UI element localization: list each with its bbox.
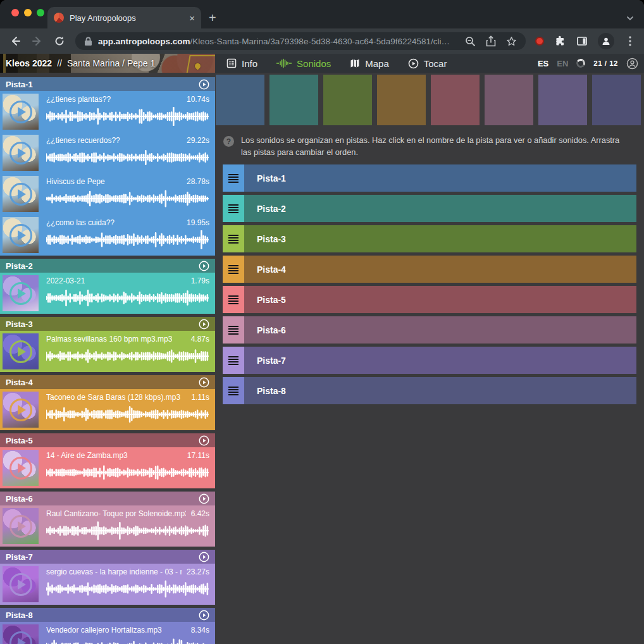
drag-handle-icon[interactable] (223, 164, 244, 192)
track-play-button-icon[interactable] (199, 319, 209, 330)
track-row-bar[interactable]: Pista-1 (244, 164, 636, 192)
track-row[interactable]: Pista-1 (223, 164, 636, 192)
breadcrumb-project[interactable]: Kleos 2022 (6, 58, 52, 68)
track-section-header[interactable]: Pista-4 (0, 375, 215, 389)
clip-play-button-icon[interactable] (9, 515, 32, 538)
drag-handle-icon[interactable] (223, 195, 244, 222)
track-name: Pista-8 (6, 610, 33, 620)
tab-close-icon[interactable]: × (189, 13, 195, 23)
clip-play-button-icon[interactable] (9, 224, 32, 247)
nav-tab-info[interactable]: Info (226, 58, 257, 69)
track-row[interactable]: Pista-8 (223, 377, 636, 404)
nav-tab-mapa[interactable]: Mapa (350, 58, 389, 69)
track-color-swatch[interactable] (431, 75, 480, 125)
back-button-icon[interactable] (9, 35, 22, 47)
side-panel-icon[interactable] (576, 35, 588, 47)
browser-menu-dots-icon[interactable] (624, 35, 636, 47)
track-section-header[interactable]: Pista-1 (0, 77, 215, 91)
zoom-level-icon[interactable] (465, 36, 476, 47)
nav-tab-sonidos[interactable]: Sonidos (276, 58, 331, 69)
track-color-swatch[interactable] (538, 75, 587, 125)
track-color-swatch[interactable] (592, 75, 641, 125)
track-play-button-icon[interactable] (199, 610, 209, 621)
browser-profile-avatar[interactable] (598, 33, 614, 49)
audio-clip[interactable]: 2022-03-21 1.79s (0, 273, 215, 314)
track-play-button-icon[interactable] (199, 261, 209, 271)
clip-play-button-icon[interactable] (9, 340, 32, 363)
clip-play-button-icon[interactable] (9, 573, 32, 596)
tab-search-chevron-icon[interactable] (626, 15, 634, 22)
track-row[interactable]: Pista-6 (223, 316, 636, 344)
drag-handle-icon[interactable] (223, 286, 244, 313)
audio-clip[interactable]: Raul Cantizano- Toque por Solenoide.mp3 … (0, 505, 215, 547)
address-bar[interactable]: app.antropoloops.com/Kleos-Santa-Marina/… (75, 32, 526, 50)
window-close-button[interactable] (11, 9, 19, 16)
nav-tab-tocar[interactable]: Tocar (408, 58, 447, 69)
track-row[interactable]: Pista-3 (223, 225, 636, 252)
track-row-bar[interactable]: Pista-4 (244, 256, 636, 283)
clip-play-button-icon[interactable] (9, 101, 32, 123)
lock-icon[interactable] (84, 37, 92, 46)
track-play-button-icon[interactable] (199, 377, 209, 388)
track-color-swatch[interactable] (216, 75, 264, 125)
track-section-header[interactable]: Pista-2 (0, 259, 215, 273)
drag-handle-icon[interactable] (223, 316, 244, 344)
audio-clip[interactable]: 14 - Aire de Zamba.mp3 17.11s (0, 447, 215, 488)
track-color-swatch[interactable] (377, 75, 426, 125)
lang-toggle-es[interactable]: ES (538, 59, 548, 68)
drag-handle-icon[interactable] (223, 256, 244, 283)
audio-clip[interactable]: Taconeo de Sara Baras (128 kbps).mp3 1.1… (0, 389, 215, 430)
clip-play-button-icon[interactable] (9, 457, 32, 480)
track-color-swatch[interactable] (485, 75, 533, 125)
clip-play-button-icon[interactable] (9, 282, 32, 305)
track-color-swatch[interactable] (269, 75, 318, 125)
clip-waveform (46, 107, 209, 126)
track-row[interactable]: Pista-4 (223, 256, 636, 283)
track-row-bar[interactable]: Pista-7 (244, 347, 636, 374)
new-tab-button[interactable]: + (209, 11, 216, 24)
track-row-bar[interactable]: Pista-3 (244, 225, 636, 252)
clip-play-button-icon[interactable] (9, 142, 32, 164)
recorder-extension-icon[interactable] (535, 37, 544, 46)
track-section-header[interactable]: Pista-3 (0, 317, 215, 331)
window-minimize-button[interactable] (24, 9, 32, 16)
track-row-bar[interactable]: Pista-5 (244, 286, 636, 313)
track-section-header[interactable]: Pista-8 (0, 608, 215, 622)
track-color-swatch[interactable] (323, 75, 372, 125)
drag-handle-icon[interactable] (223, 347, 244, 374)
track-row[interactable]: Pista-5 (223, 286, 636, 313)
track-play-button-icon[interactable] (199, 435, 209, 446)
audio-clip[interactable]: Hiviscus de Pepe 28.78s (0, 173, 215, 214)
clip-play-button-icon[interactable] (9, 399, 32, 421)
track-play-button-icon[interactable] (199, 79, 209, 90)
audio-clip[interactable]: ¿¿tienes plantas?? 10.74s (0, 91, 215, 132)
track-play-button-icon[interactable] (199, 552, 209, 562)
track-section-header[interactable]: Pista-6 (0, 492, 215, 505)
track-row-bar[interactable]: Pista-8 (244, 377, 636, 404)
audio-clip[interactable]: ¿¿tienes recuerdos?? 29.22s (0, 132, 215, 173)
track-row-bar[interactable]: Pista-6 (244, 316, 636, 344)
track-section-header[interactable]: Pista-5 (0, 433, 215, 447)
audio-clip[interactable]: Palmas sevillanas 160 bpm mp3.mp3 4.87s (0, 331, 215, 372)
reload-button-icon[interactable] (53, 35, 66, 47)
bookmark-star-icon[interactable] (506, 36, 517, 47)
track-section-header[interactable]: Pista-7 (0, 550, 215, 564)
track-row[interactable]: Pista-2 (223, 195, 636, 222)
lang-toggle-en[interactable]: EN (557, 59, 568, 68)
share-icon[interactable] (486, 35, 496, 47)
clip-play-button-icon[interactable] (9, 631, 32, 644)
track-play-button-icon[interactable] (199, 493, 209, 504)
forward-button-icon[interactable] (31, 35, 44, 47)
track-row-bar[interactable]: Pista-2 (244, 195, 636, 222)
audio-clip[interactable]: sergio cuevas - la harpe indienne - 03 -… (0, 564, 215, 605)
window-zoom-button[interactable] (37, 9, 44, 16)
extensions-puzzle-icon[interactable] (554, 35, 566, 47)
drag-handle-icon[interactable] (223, 225, 244, 252)
track-row[interactable]: Pista-7 (223, 347, 636, 374)
browser-tab[interactable]: Play Antropoloops × (47, 7, 201, 28)
drag-handle-icon[interactable] (223, 377, 244, 404)
account-icon[interactable] (626, 58, 638, 70)
audio-clip[interactable]: ¿¿como las cuida?? 19.95s (0, 214, 215, 256)
clip-play-button-icon[interactable] (9, 183, 32, 206)
audio-clip[interactable]: Vendedor callejero Hortalizas.mp3 8.34s (0, 622, 215, 644)
